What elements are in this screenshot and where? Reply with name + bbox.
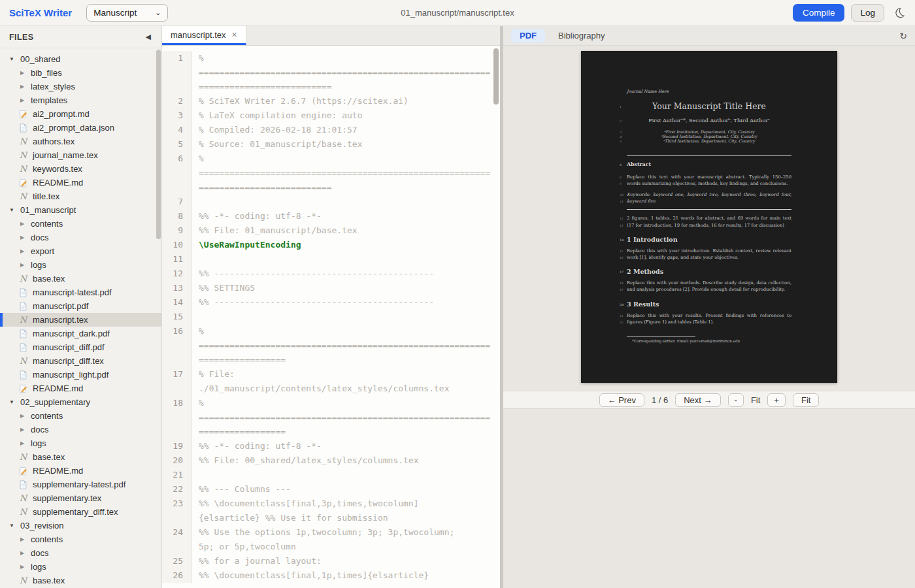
- fit-button[interactable]: Fit: [793, 393, 819, 407]
- pdf-text: 2 figures, 1 tables, 21 words for abstra…: [627, 216, 791, 227]
- tree-folder-contents[interactable]: ▶contents: [0, 217, 161, 231]
- tree-file-README.md[interactable]: README.md: [0, 464, 161, 478]
- tab-bibliography[interactable]: Bibliography: [558, 31, 605, 41]
- tree-item-label: 01_manuscript: [20, 205, 76, 215]
- tree-file-README.md[interactable]: README.md: [0, 176, 161, 189]
- tree-file-manuscript.tex[interactable]: Nmanuscript.tex: [0, 313, 161, 327]
- preview-tab-bar: PDF Bibliography ↻: [503, 26, 915, 46]
- tree-folder-latex_styles[interactable]: ▶latex_styles: [0, 80, 161, 93]
- pdf-margin-line-numbers: 3 4 5: [620, 130, 622, 144]
- tree-folder-02_supplementary[interactable]: ▼02_supplementary: [0, 395, 161, 409]
- pdf-block-title: 1Your Manuscript Title Here: [627, 102, 791, 111]
- folder-collapsed-icon: ▶: [18, 235, 26, 240]
- tree-folder-bib_files[interactable]: ▶bib_files: [0, 66, 161, 80]
- tree-folder-export[interactable]: ▶export: [0, 244, 161, 258]
- tree-folder-contents[interactable]: ▶contents: [0, 409, 161, 423]
- tree-file-manuscript_dark.pdf[interactable]: manuscript_dark.pdf: [0, 327, 161, 340]
- zoom-out-button[interactable]: -: [728, 393, 744, 407]
- log-button[interactable]: Log: [851, 4, 884, 22]
- pdf-margin-line-numbers: 10 11: [620, 192, 624, 205]
- tree-file-authors.tex[interactable]: Nauthors.tex: [0, 135, 161, 148]
- tree-file-supplementary_diff.tex[interactable]: Nsupplementary_diff.tex: [0, 505, 161, 519]
- prev-page-button[interactable]: ← Prev: [599, 393, 644, 407]
- tree-folder-logs[interactable]: ▶logs: [0, 560, 161, 574]
- document-type-select[interactable]: Manuscript ⌄: [86, 4, 168, 22]
- tree-folder-03_revision[interactable]: ▼03_revision: [0, 519, 161, 532]
- pdf-margin-line-numbers: 21 22: [620, 313, 624, 326]
- folder-expanded-icon: ▼: [8, 207, 16, 213]
- tree-folder-docs[interactable]: ▶docs: [0, 546, 161, 560]
- line-number: [162, 166, 192, 180]
- tree-folder-00_shared[interactable]: ▼00_shared: [0, 52, 161, 66]
- tree-item-label: 03_revision: [20, 521, 64, 531]
- code-line: 3% LaTeX compilation engine: auto: [162, 108, 500, 123]
- pdf-block-journal: Journal Name Here: [627, 89, 791, 94]
- tree-item-label: README.md: [33, 384, 83, 393]
- chevron-down-icon: ⌄: [155, 8, 161, 17]
- viewer-background: [503, 409, 915, 588]
- code-text: ==========================: [192, 80, 332, 94]
- pdf-horizontal-rule: [627, 209, 791, 210]
- tree-file-ai2_prompt_data.json[interactable]: ai2_prompt_data.json: [0, 121, 161, 135]
- tree-folder-01_manuscript[interactable]: ▼01_manuscript: [0, 203, 161, 217]
- tree-folder-templates[interactable]: ▶templates: [0, 93, 161, 107]
- tree-file-supplementary-latest.pdf[interactable]: supplementary-latest.pdf: [0, 478, 161, 491]
- tree-file-journal_name.tex[interactable]: Njournal_name.tex: [0, 148, 161, 162]
- line-number: 18: [162, 396, 192, 410]
- tree-file-manuscript_diff.pdf[interactable]: manuscript_diff.pdf: [0, 340, 161, 354]
- tree-item-label: templates: [31, 95, 67, 105]
- tree-file-README.md[interactable]: README.md: [0, 382, 161, 395]
- refresh-icon[interactable]: ↻: [899, 31, 907, 41]
- tree-file-base.tex[interactable]: Nbase.tex: [0, 450, 161, 464]
- tab-manuscript-tex[interactable]: manuscript.tex ×: [162, 26, 246, 45]
- markdown-file-icon: [18, 110, 28, 119]
- code-text: \UseRawInputEncoding: [192, 238, 301, 252]
- sidebar-scrollbar[interactable]: [156, 50, 161, 239]
- tree-file-manuscript_light.pdf[interactable]: manuscript_light.pdf: [0, 368, 161, 382]
- tree-folder-docs[interactable]: ▶docs: [0, 423, 161, 436]
- document-file-icon: [18, 302, 28, 311]
- line-number: 6: [162, 152, 192, 166]
- line-number: 25: [162, 554, 192, 568]
- code-line: ==========================: [162, 80, 500, 94]
- pdf-text: Journal Name Here: [627, 89, 669, 94]
- line-number: 5: [162, 137, 192, 152]
- code-text: [192, 252, 199, 267]
- tree-file-manuscript_diff.tex[interactable]: Nmanuscript_diff.tex: [0, 354, 161, 368]
- tree-file-keywords.tex[interactable]: Nkeywords.tex: [0, 162, 161, 176]
- code-line: ========================================…: [162, 338, 500, 353]
- pdf-block-heading: 203 Results: [627, 301, 791, 308]
- code-text: % File:: [192, 367, 235, 382]
- code-text: %% -*- coding: utf-8 -*-: [192, 209, 322, 223]
- tree-file-manuscript-latest.pdf[interactable]: manuscript-latest.pdf: [0, 286, 161, 299]
- tree-file-ai2_prompt.md[interactable]: ai2_prompt.md: [0, 107, 161, 121]
- top-bar: SciTeX Writer Manuscript ⌄ 01_manuscript…: [0, 0, 915, 26]
- editor-scrollbar[interactable]: [493, 48, 499, 105]
- close-tab-icon[interactable]: ×: [232, 29, 237, 40]
- line-number: 1: [162, 51, 192, 65]
- next-page-button[interactable]: Next →: [675, 393, 720, 407]
- compile-button[interactable]: Compile: [793, 4, 845, 22]
- code-line: 26%% \documentclass[final,1p,times]{elsa…: [162, 568, 500, 583]
- tree-file-title.tex[interactable]: Ntitle.tex: [0, 189, 161, 203]
- code-editor-area[interactable]: 1%======================================…: [162, 46, 500, 588]
- dark-mode-toggle[interactable]: [893, 7, 906, 19]
- tree-folder-logs[interactable]: ▶logs: [0, 258, 161, 272]
- pdf-block-heading: 141 Introduction: [627, 236, 791, 243]
- tab-pdf[interactable]: PDF: [511, 29, 545, 42]
- collapse-sidebar-icon[interactable]: ◀: [146, 33, 151, 41]
- tree-folder-logs[interactable]: ▶logs: [0, 436, 161, 450]
- markdown-file-icon: [18, 178, 28, 188]
- tree-file-base.tex[interactable]: Nbase.tex: [0, 574, 161, 587]
- tree-file-manuscript.pdf[interactable]: manuscript.pdf: [0, 299, 161, 313]
- tree-file-base.tex[interactable]: Nbase.tex: [0, 272, 161, 286]
- tree-folder-docs[interactable]: ▶docs: [0, 231, 161, 244]
- zoom-in-button[interactable]: +: [767, 393, 786, 407]
- tree-folder-contents[interactable]: ▶contents: [0, 532, 161, 546]
- code-text: %% -------------------------------------…: [192, 267, 434, 281]
- code-line: ========================================…: [162, 65, 500, 80]
- code-line: =================: [162, 425, 500, 439]
- code-line: 18%: [162, 396, 500, 410]
- tree-file-supplementary.tex[interactable]: Nsupplementary.tex: [0, 491, 161, 505]
- line-number: [162, 540, 192, 554]
